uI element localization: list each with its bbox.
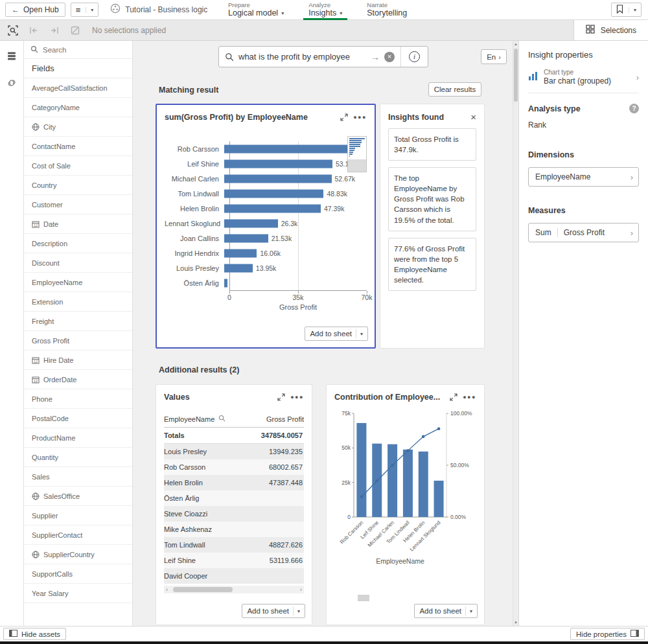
scroll-right-icon[interactable]: › bbox=[300, 587, 302, 593]
cell-employeename[interactable]: Leif Shine bbox=[164, 557, 249, 564]
field-item-suppliercontact[interactable]: SupplierContact bbox=[24, 525, 132, 545]
bar[interactable] bbox=[224, 249, 257, 257]
link-icon[interactable] bbox=[3, 75, 20, 91]
field-item-date[interactable]: 12Date bbox=[24, 214, 132, 234]
hide-assets-button[interactable]: Hide assets bbox=[3, 628, 66, 640]
insight-narrative[interactable]: 77.6% of Gross Profit were from the top … bbox=[388, 238, 476, 291]
bookmarks-button[interactable]: ▾ bbox=[611, 3, 642, 17]
field-item-phone[interactable]: Phone bbox=[24, 389, 132, 409]
field-item-discount[interactable]: Discount bbox=[24, 253, 132, 273]
cell-gross-profit[interactable]: 13949.235 bbox=[249, 448, 304, 455]
field-item-hire-date[interactable]: 12Hire Date bbox=[24, 351, 132, 370]
field-item-categoryname[interactable]: CategoryName bbox=[24, 98, 132, 117]
cell-employeename[interactable]: Helen Brolin bbox=[164, 479, 249, 487]
field-item-productname[interactable]: ProductName bbox=[24, 428, 132, 448]
bar[interactable] bbox=[224, 189, 323, 198]
cell-gross-profit[interactable]: 48827.626 bbox=[249, 541, 304, 549]
bar[interactable] bbox=[224, 159, 332, 168]
clear-selections-icon[interactable] bbox=[69, 24, 82, 37]
field-item-suppliercountry[interactable]: SupplierCountry bbox=[24, 545, 132, 564]
bar[interactable] bbox=[224, 144, 363, 153]
step-back-icon[interactable] bbox=[27, 24, 40, 37]
more-options-icon[interactable]: ●●● bbox=[463, 394, 476, 400]
table-row[interactable]: Leif Shine53119.666 bbox=[164, 553, 304, 568]
table-row[interactable]: Östen Ärlig bbox=[164, 490, 304, 506]
field-item-postalcode[interactable]: PostalCode bbox=[24, 409, 132, 428]
field-item-cost-of-sale[interactable]: Cost of Sale bbox=[24, 156, 132, 176]
field-item-year-salary[interactable]: Year Salary bbox=[24, 584, 132, 603]
nav-analyze[interactable]: Analyze Insights▾ bbox=[308, 0, 342, 20]
expand-icon[interactable] bbox=[340, 113, 348, 121]
measure-gross-profit-button[interactable]: Sum Gross Profit › bbox=[528, 223, 639, 242]
vertical-scrollbar[interactable]: ▲ ▼ bbox=[513, 41, 518, 626]
horizontal-scrollbar[interactable]: ‹ › bbox=[164, 586, 304, 593]
add-to-sheet-button[interactable]: Add to sheet ▾ bbox=[414, 604, 478, 618]
column-search-icon[interactable] bbox=[218, 415, 226, 423]
submit-arrow-icon[interactable]: → bbox=[371, 52, 380, 62]
bar[interactable] bbox=[224, 264, 253, 272]
field-item-gross-profit[interactable]: Gross Profit bbox=[24, 331, 132, 351]
field-item-description[interactable]: Description bbox=[24, 234, 132, 253]
global-menu-button[interactable]: ≡ ▾ bbox=[71, 3, 99, 17]
contribution-chart-card[interactable]: Contribution of Employee... ●●● 025k50k7… bbox=[326, 384, 485, 625]
column-header-gross-profit[interactable]: Gross Profit bbox=[249, 415, 304, 423]
assets-layers-icon[interactable] bbox=[3, 47, 20, 64]
cell-employeename[interactable]: Mike Ashkenaz bbox=[164, 525, 249, 533]
scroll-left-icon[interactable]: ‹ bbox=[166, 587, 168, 593]
bar[interactable] bbox=[224, 174, 332, 183]
dimension-employeename-button[interactable]: EmployeeName › bbox=[528, 167, 639, 187]
smart-search-icon[interactable] bbox=[6, 24, 19, 37]
table-row[interactable]: Steve Cioazzi bbox=[164, 506, 304, 522]
more-options-icon[interactable]: ●●● bbox=[290, 394, 304, 400]
language-button[interactable]: En › bbox=[481, 49, 507, 64]
table-row[interactable]: Rob Carsson68002.657 bbox=[164, 459, 304, 475]
field-item-quantity[interactable]: Quantity bbox=[24, 448, 132, 467]
add-to-sheet-button[interactable]: Add to sheet ▾ bbox=[305, 327, 368, 341]
cell-gross-profit[interactable]: 47387.448 bbox=[249, 479, 304, 487]
scroll-up-icon[interactable]: ▲ bbox=[513, 42, 518, 46]
scroll-down-icon[interactable]: ▼ bbox=[513, 621, 518, 625]
field-item-country[interactable]: Country bbox=[24, 176, 132, 195]
help-icon[interactable]: ? bbox=[629, 104, 639, 113]
expand-icon[interactable] bbox=[450, 393, 457, 401]
scrollbar-thumb[interactable] bbox=[514, 49, 518, 102]
hide-properties-button[interactable]: Hide properties bbox=[570, 628, 645, 640]
values-table-card[interactable]: Values ●●● EmployeeName Gro bbox=[156, 384, 312, 625]
bar[interactable] bbox=[224, 279, 227, 287]
field-item-supportcalls[interactable]: SupportCalls bbox=[24, 564, 132, 584]
field-item-employeename[interactable]: EmployeeName bbox=[24, 273, 132, 292]
search-info-button[interactable]: i bbox=[400, 47, 428, 67]
close-icon[interactable]: × bbox=[470, 112, 476, 122]
bar[interactable] bbox=[224, 234, 268, 242]
field-item-city[interactable]: City bbox=[24, 117, 132, 137]
table-row[interactable]: Mike Ashkenaz bbox=[164, 522, 304, 537]
cell-employeename[interactable]: Tom Lindwall bbox=[164, 541, 249, 549]
nav-prepare[interactable]: Prepare Logical model▾ bbox=[228, 0, 284, 20]
cell-employeename[interactable]: Östen Ärlig bbox=[164, 494, 249, 502]
field-item-salesoffice[interactable]: SalesOffice bbox=[24, 487, 132, 506]
field-item-customer[interactable]: Customer bbox=[24, 195, 132, 214]
insight-narrative[interactable]: Total Gross Profit is 347.9k. bbox=[388, 128, 476, 161]
cell-gross-profit[interactable]: 68002.657 bbox=[249, 463, 304, 471]
insight-narrative[interactable]: The top EmployeeName by Gross Profit was… bbox=[388, 167, 476, 231]
scrollbar-thumb[interactable] bbox=[173, 587, 233, 592]
table-row[interactable]: Louis Presley13949.235 bbox=[164, 444, 304, 459]
clear-results-button[interactable]: Clear results bbox=[428, 82, 481, 97]
cell-gross-profit[interactable]: 53119.666 bbox=[249, 557, 304, 564]
field-item-sales[interactable]: Sales bbox=[24, 467, 132, 487]
expand-icon[interactable] bbox=[277, 393, 285, 401]
chart-scroll-minimap[interactable] bbox=[347, 136, 367, 172]
field-item-extension[interactable]: Extension bbox=[24, 292, 132, 312]
open-hub-button[interactable]: ← Open Hub bbox=[5, 3, 65, 17]
field-item-supplier[interactable]: Supplier bbox=[24, 506, 132, 525]
bar[interactable] bbox=[224, 219, 278, 227]
step-forward-icon[interactable] bbox=[48, 24, 61, 37]
cell-employeename[interactable]: Louis Presley bbox=[164, 448, 249, 455]
table-row[interactable]: David Cooper bbox=[164, 568, 304, 584]
field-item-averagecallsatisfaction[interactable]: AverageCallSatisfaction bbox=[24, 78, 132, 98]
more-options-icon[interactable]: ●●● bbox=[353, 114, 367, 121]
fields-search-input[interactable] bbox=[43, 46, 126, 54]
field-item-freight[interactable]: Freight bbox=[24, 312, 132, 331]
clear-search-icon[interactable]: × bbox=[384, 52, 395, 62]
contribution-chart[interactable]: 025k50k75k0.00%50.00%100.00%Rob CarssonL… bbox=[334, 404, 476, 568]
